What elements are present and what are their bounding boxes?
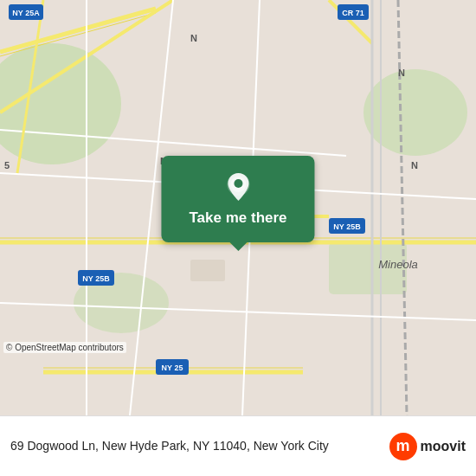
svg-text:N: N xyxy=(411,160,418,170)
svg-text:NY 25B: NY 25B xyxy=(82,274,110,283)
svg-text:N: N xyxy=(398,68,405,78)
svg-text:5: 5 xyxy=(4,160,10,170)
map-container: NY 25A CR 71 NY 25B NY 25B NY 25B NY 25 … xyxy=(0,0,476,415)
svg-text:N: N xyxy=(190,33,197,43)
moovit-text: moovit xyxy=(421,439,466,454)
svg-point-2 xyxy=(363,69,467,156)
svg-text:NY 25: NY 25 xyxy=(162,363,183,372)
svg-point-46 xyxy=(234,179,242,188)
moovit-logo: m moovit xyxy=(389,433,466,460)
svg-text:NY 25B: NY 25B xyxy=(333,222,361,231)
svg-text:NY 25A: NY 25A xyxy=(12,9,40,17)
bottom-bar: 69 Dogwood Ln, New Hyde Park, NY 11040, … xyxy=(0,415,476,476)
address-label: 69 Dogwood Ln, New Hyde Park, NY 11040, … xyxy=(10,438,389,455)
take-me-there-button[interactable]: Take me there xyxy=(161,156,314,242)
moovit-icon: m xyxy=(389,433,417,460)
svg-text:CR 71: CR 71 xyxy=(342,9,364,17)
location-pin-icon xyxy=(222,171,254,203)
button-label: Take me there xyxy=(189,209,286,227)
button-overlay: Take me there xyxy=(161,156,314,242)
svg-text:Mineola: Mineola xyxy=(378,258,418,271)
attribution-text: © OpenStreetMap contributors xyxy=(3,342,126,353)
svg-rect-43 xyxy=(190,260,225,281)
